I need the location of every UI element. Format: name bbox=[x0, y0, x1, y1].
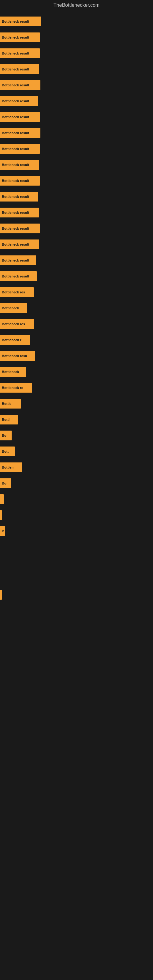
bottleneck-bar: Bottleneck result bbox=[0, 208, 39, 218]
bar-row: Bottleneck result bbox=[0, 221, 153, 236]
bottleneck-bar: Bottleneck result bbox=[0, 240, 39, 249]
bar-row: Bottleneck result bbox=[0, 157, 153, 173]
site-title: TheBottlenecker.com bbox=[0, 0, 153, 10]
bar-row: Bottleneck bbox=[0, 300, 153, 316]
bottleneck-bar: Bottleneck result bbox=[0, 64, 39, 74]
bar-row: Bottleneck resu bbox=[0, 348, 153, 364]
bar-label: Bottleneck result bbox=[2, 20, 29, 23]
bar-label: Bottleneck result bbox=[2, 83, 29, 87]
bottleneck-bar: Bottleneck result bbox=[0, 16, 41, 26]
bar-row: Bottleneck result bbox=[0, 93, 153, 109]
bar-label: Bott bbox=[2, 450, 9, 453]
bar-label: Bottleneck re bbox=[2, 386, 23, 390]
bar-label: Bottleneck res bbox=[2, 322, 25, 326]
bar-row: Bottleneck result bbox=[0, 236, 153, 252]
bottleneck-bar: Bottleneck resu bbox=[0, 351, 35, 361]
bar-label: Bottleneck result bbox=[2, 67, 29, 71]
bottleneck-bar: Bottleneck result bbox=[0, 112, 40, 122]
bar-row: Bottleneck result bbox=[0, 173, 153, 189]
bar-label: Bottleneck bbox=[2, 370, 19, 374]
bar-label: Bottleneck result bbox=[2, 211, 29, 215]
bottleneck-bar: Bottleneck result bbox=[0, 176, 40, 186]
bottleneck-bar bbox=[0, 494, 4, 504]
bottleneck-bar: Bo bbox=[0, 431, 12, 441]
bar-row: Bo bbox=[0, 428, 153, 444]
bar-row: Bottleneck result bbox=[0, 13, 153, 29]
bar-row: Bottleneck result bbox=[0, 45, 153, 61]
bar-row bbox=[0, 587, 153, 603]
bar-label: Bottleneck result bbox=[2, 195, 29, 199]
bar-row: Bottle bbox=[0, 396, 153, 412]
bottleneck-bar: Bottleneck r bbox=[0, 335, 30, 345]
bottleneck-bar: Bottleneck result bbox=[0, 192, 38, 202]
bottleneck-bar: Bottleneck result bbox=[0, 48, 40, 58]
bar-label: Bottleneck result bbox=[2, 227, 29, 230]
bar-row bbox=[0, 555, 153, 571]
bar-row: Bottleneck re bbox=[0, 380, 153, 396]
bottleneck-bar: B bbox=[0, 526, 5, 536]
bar-row: Bottleneck res bbox=[0, 284, 153, 300]
bottleneck-bar: Bo bbox=[0, 478, 11, 488]
bar-label: Bottleneck res bbox=[2, 290, 25, 294]
bar-row: Bottleneck result bbox=[0, 189, 153, 205]
bottleneck-bar: Bottleneck bbox=[0, 367, 26, 377]
bar-row: Bottleneck r bbox=[0, 332, 153, 348]
bar-label: Bottleneck result bbox=[2, 258, 29, 262]
bottleneck-bar: Bottle bbox=[0, 399, 21, 409]
bottleneck-bar: Bottleneck result bbox=[0, 144, 40, 154]
bar-label: Bottleneck result bbox=[2, 147, 29, 151]
bar-row: Bottlen bbox=[0, 460, 153, 475]
bar-label: Bottleneck result bbox=[2, 115, 29, 119]
bar-row bbox=[0, 539, 153, 555]
bar-label: Bottleneck resu bbox=[2, 354, 27, 358]
bar-row: Bottleneck result bbox=[0, 61, 153, 77]
bar-row bbox=[0, 507, 153, 523]
bar-row: Bottleneck result bbox=[0, 141, 153, 157]
bar-row: Bottleneck result bbox=[0, 125, 153, 141]
bottleneck-bar: Bottleneck res bbox=[0, 287, 33, 297]
bottleneck-bar bbox=[0, 590, 2, 600]
bar-label: Bo bbox=[2, 434, 6, 438]
bar-label: Bottleneck bbox=[2, 306, 19, 310]
bar-label: Bottl bbox=[2, 418, 10, 422]
bar-label: Bottleneck result bbox=[2, 163, 29, 167]
bar-row: Bott bbox=[0, 444, 153, 460]
bar-row: Bo bbox=[0, 475, 153, 491]
bar-label: Bottleneck result bbox=[2, 243, 29, 246]
bar-label: Bottlen bbox=[2, 466, 13, 469]
bottleneck-bar: Bottl bbox=[0, 415, 18, 425]
bar-label: Bottleneck result bbox=[2, 51, 29, 55]
bar-row: B bbox=[0, 523, 153, 539]
bar-label: Bottleneck result bbox=[2, 35, 29, 39]
bar-row: Bottleneck result bbox=[0, 205, 153, 221]
bar-label: Bottle bbox=[2, 402, 11, 406]
bottleneck-bar: Bottleneck result bbox=[0, 80, 40, 90]
bar-row: Bottleneck result bbox=[0, 268, 153, 284]
bar-label: Bottleneck r bbox=[2, 338, 21, 342]
bottleneck-bar: Bottleneck result bbox=[0, 96, 38, 106]
bar-label: Bottleneck result bbox=[2, 99, 29, 103]
bar-row: Bottleneck result bbox=[0, 29, 153, 45]
bottleneck-bar: Bottleneck re bbox=[0, 383, 32, 393]
bar-label: Bottleneck result bbox=[2, 131, 29, 135]
bar-row: Bottl bbox=[0, 412, 153, 428]
bottleneck-bar: Bottleneck bbox=[0, 303, 27, 313]
bar-row bbox=[0, 571, 153, 587]
bottleneck-bar: Bottleneck result bbox=[0, 32, 40, 42]
bar-row: Bottleneck result bbox=[0, 77, 153, 93]
bottleneck-bar: Bottleneck result bbox=[0, 128, 40, 138]
bottleneck-bar: Bottleneck res bbox=[0, 319, 34, 329]
bottleneck-bar: Bottleneck result bbox=[0, 271, 37, 281]
bottleneck-bar: Bottlen bbox=[0, 463, 22, 472]
bottleneck-bar: Bottleneck result bbox=[0, 160, 39, 170]
bar-label: B bbox=[2, 529, 4, 533]
bottleneck-bar: Bottleneck result bbox=[0, 255, 36, 265]
bar-label: Bottleneck result bbox=[2, 274, 29, 278]
bottleneck-bar: Bott bbox=[0, 447, 15, 456]
bar-row: Bottleneck res bbox=[0, 316, 153, 332]
bars-container: Bottleneck resultBottleneck resultBottle… bbox=[0, 10, 153, 606]
bar-row: Bottleneck result bbox=[0, 252, 153, 268]
bottleneck-bar: Bottleneck result bbox=[0, 224, 40, 233]
bar-label: Bottleneck result bbox=[2, 179, 29, 183]
bottleneck-bar bbox=[0, 510, 2, 520]
